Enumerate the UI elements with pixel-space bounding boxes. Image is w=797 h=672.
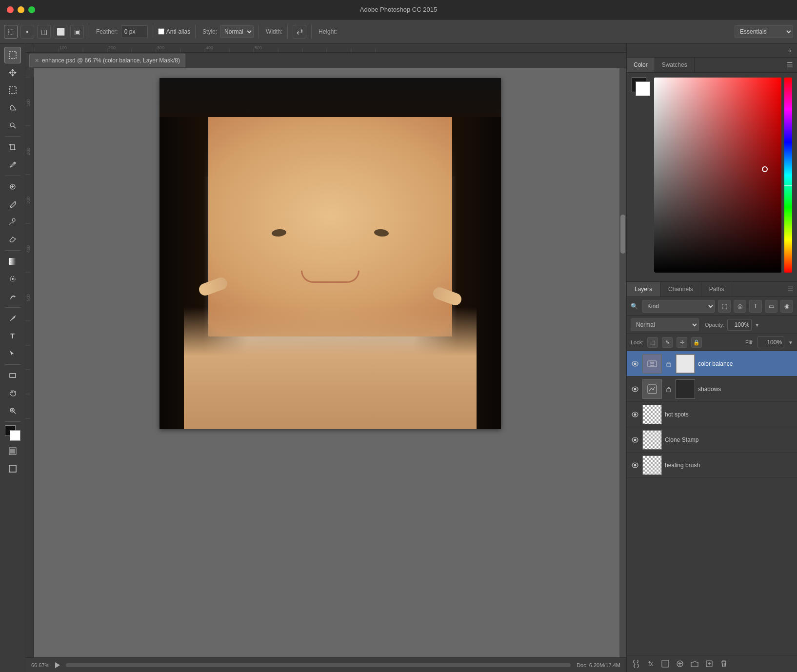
color-picker-main: [654, 78, 792, 273]
hand-tool[interactable]: [4, 385, 21, 401]
fill-input[interactable]: [757, 336, 784, 348]
type-tool[interactable]: T: [4, 328, 21, 344]
filter-type-btn[interactable]: T: [749, 300, 762, 313]
layer-effects-btn[interactable]: fx: [645, 658, 656, 669]
marquee-tool-btn[interactable]: ⬚: [4, 25, 18, 39]
filter-smartobj-btn[interactable]: ◉: [780, 300, 793, 313]
link-layers-btn[interactable]: [631, 658, 641, 669]
spot-heal-tool[interactable]: [4, 178, 21, 195]
layers-tab[interactable]: Layers: [627, 282, 660, 296]
brush-tool[interactable]: [4, 196, 21, 213]
paths-tab[interactable]: Paths: [701, 282, 733, 296]
swap-icon[interactable]: ⇄: [293, 25, 306, 39]
add-group-btn[interactable]: [689, 658, 700, 669]
svg-rect-9: [9, 258, 16, 265]
svg-rect-18: [10, 449, 15, 454]
blend-mode-select[interactable]: Normal: [631, 318, 699, 331]
feather-input[interactable]: [121, 25, 148, 38]
lock-all-btn[interactable]: 🔒: [691, 337, 702, 348]
eraser-tool[interactable]: [4, 231, 21, 248]
add-mask-btn[interactable]: [660, 658, 671, 669]
color-spectrum[interactable]: [654, 78, 781, 273]
color-fg-bg-area: [632, 78, 792, 273]
opacity-input[interactable]: [727, 319, 752, 331]
toolbar-option-1[interactable]: ▪: [20, 25, 34, 39]
layer-item-color-balance[interactable]: color balance: [627, 351, 797, 376]
lock-paint-btn[interactable]: ✎: [662, 337, 673, 348]
filter-shape-btn[interactable]: ▭: [765, 300, 777, 313]
blur-tool[interactable]: [4, 271, 21, 287]
close-button[interactable]: [7, 6, 14, 13]
collapse-btn[interactable]: «: [785, 46, 794, 55]
canvas-tab[interactable]: ✕ enhance.psd @ 66.7% (color balance, La…: [29, 54, 185, 67]
quick-mask-btn[interactable]: [4, 443, 21, 459]
main-layout: T: [0, 44, 797, 672]
opacity-dropdown-arrow[interactable]: ▼: [755, 322, 759, 328]
screen-mode-btn[interactable]: [4, 460, 21, 477]
anti-alias-checkbox[interactable]: [158, 28, 164, 35]
layers-panel-menu-btn[interactable]: ☰: [788, 286, 793, 293]
layer-thumb-hot-spots: [642, 405, 662, 424]
hue-bar[interactable]: [784, 78, 792, 273]
crop-tool[interactable]: [4, 139, 21, 156]
fill-dropdown-arrow[interactable]: ▼: [788, 340, 793, 345]
selection-tool[interactable]: [4, 47, 21, 63]
canvas-viewport[interactable]: [34, 68, 626, 657]
zoom-tool[interactable]: [4, 402, 21, 419]
stamp-tool[interactable]: [4, 214, 21, 230]
maximize-button[interactable]: [28, 6, 35, 13]
vertical-ruler: 100 200 300 400 500: [25, 77, 34, 657]
marquee-rect-tool[interactable]: [4, 82, 21, 99]
delete-layer-btn[interactable]: [718, 658, 729, 669]
layer-visibility-shadows[interactable]: [631, 385, 639, 394]
add-adj-layer-btn[interactable]: [675, 658, 685, 669]
svg-text:400: 400: [206, 45, 213, 50]
path-select-tool[interactable]: [4, 345, 21, 362]
shape-tool[interactable]: [4, 367, 21, 384]
layer-item-healing-brush[interactable]: healing brush: [627, 453, 797, 478]
vertical-scrollbar[interactable]: [619, 68, 626, 657]
background-color[interactable]: [636, 81, 650, 96]
color-swatches-area[interactable]: [632, 78, 650, 96]
add-layer-btn[interactable]: [704, 658, 715, 669]
lock-move-btn[interactable]: ✛: [677, 337, 687, 348]
layer-visibility-color-balance[interactable]: [631, 359, 639, 368]
gradient-tool[interactable]: [4, 253, 21, 270]
tab-bar: ✕ enhance.psd @ 66.7% (color balance, La…: [25, 53, 626, 68]
panel-top-controls: «: [627, 44, 797, 58]
toolbar-option-4[interactable]: ▣: [70, 25, 84, 39]
anti-alias-area: Anti-alias: [158, 28, 190, 35]
filter-pixel-btn[interactable]: ⬚: [718, 300, 731, 313]
pen-tool[interactable]: [4, 310, 21, 327]
layer-visibility-healing-brush[interactable]: [631, 461, 639, 470]
swatches-tab[interactable]: Swatches: [655, 58, 695, 72]
play-btn[interactable]: [55, 662, 60, 668]
channels-tab[interactable]: Channels: [660, 282, 701, 296]
filter-adj-btn[interactable]: ◎: [734, 300, 746, 313]
toolbar-option-2[interactable]: ◫: [37, 25, 51, 39]
dodge-tool[interactable]: [4, 288, 21, 305]
lock-pixels-btn[interactable]: ⬚: [647, 337, 658, 348]
layers-filter-select[interactable]: Kind: [642, 300, 715, 313]
layer-item-shadows[interactable]: shadows: [627, 376, 797, 402]
minimize-button[interactable]: [18, 6, 24, 13]
color-panel-menu-btn[interactable]: ☰: [787, 61, 793, 69]
lasso-tool[interactable]: [4, 99, 21, 116]
layer-visibility-hot-spots[interactable]: [631, 410, 639, 419]
scroll-thumb-v[interactable]: [620, 215, 625, 254]
layer-smart-icon-2: [642, 379, 662, 399]
tab-filename: enhance.psd @ 66.7% (color balance, Laye…: [42, 57, 180, 64]
toolbar-option-3[interactable]: ⬜: [54, 25, 67, 39]
layer-item-clone-stamp[interactable]: Clone Stamp: [627, 427, 797, 453]
fg-bg-colors[interactable]: [4, 424, 21, 442]
style-select[interactable]: Normal: [220, 25, 254, 38]
workspace-select[interactable]: Essentials: [735, 25, 793, 38]
move-tool[interactable]: [4, 64, 21, 81]
color-tab[interactable]: Color: [627, 58, 655, 72]
layer-visibility-clone-stamp[interactable]: [631, 435, 639, 444]
eyedropper-tool[interactable]: [4, 157, 21, 173]
tab-close-btn[interactable]: ✕: [35, 58, 39, 64]
divider-1: [89, 25, 89, 39]
quick-select-tool[interactable]: [4, 117, 21, 134]
layer-item-hot-spots[interactable]: hot spots: [627, 402, 797, 427]
